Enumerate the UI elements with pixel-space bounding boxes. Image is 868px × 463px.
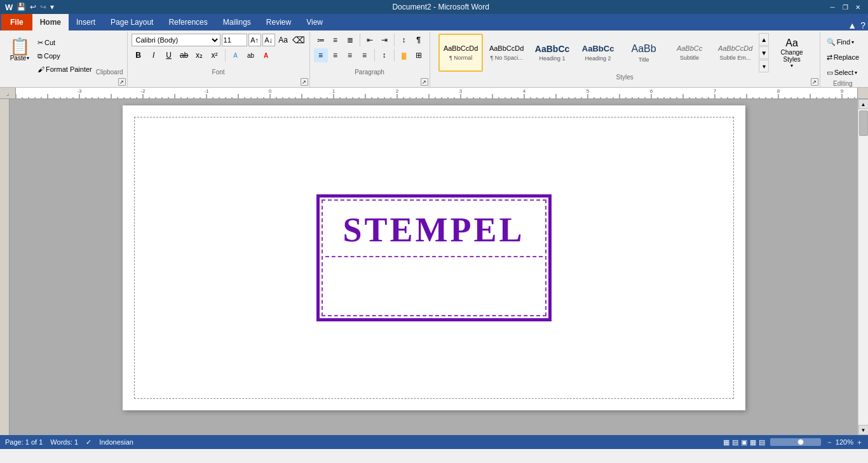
help-icon[interactable]: ? — [860, 20, 865, 30]
font-expand-button[interactable]: ↗ — [301, 78, 308, 86]
zoom-slider[interactable] — [770, 438, 821, 446]
show-marks-button[interactable]: ¶ — [412, 33, 426, 47]
style-heading1-button[interactable]: AaBbCc Heading 1 — [530, 34, 574, 72]
layout-outline-button[interactable]: ▦ — [750, 438, 756, 446]
style-normal-button[interactable]: AaBbCcDd ¶ Normal — [438, 34, 483, 72]
font-color-button[interactable]: A — [259, 48, 273, 62]
subscript-button[interactable]: x₂ — [193, 48, 207, 62]
document-page: STEMPEL — [123, 105, 745, 410]
zoom-out-button[interactable]: － — [826, 438, 833, 447]
language[interactable]: Indonesian — [99, 438, 133, 446]
select-button[interactable]: ▭ Select ▾ — [824, 66, 862, 79]
minimize-button[interactable]: ─ — [827, 2, 837, 12]
format-painter-button[interactable]: 🖌 Format Painter — [35, 63, 95, 76]
para-sep1 — [360, 34, 360, 46]
paste-button[interactable]: 📋 Paste ▾ — [6, 36, 33, 64]
font-name-select[interactable]: Calibri (Body) — [132, 34, 220, 46]
strikethrough-button[interactable]: ab — [177, 48, 191, 62]
stamp-container[interactable]: STEMPEL — [316, 194, 552, 321]
zoom-thumb[interactable] — [797, 439, 804, 445]
zoom-in-button[interactable]: ＋ — [856, 438, 863, 447]
numbering-button[interactable]: ≡ — [329, 33, 342, 47]
zoom-level[interactable]: 120% — [836, 438, 853, 446]
tab-review[interactable]: Review — [259, 14, 299, 30]
tab-page-layout[interactable]: Page Layout — [103, 14, 161, 30]
vertical-scrollbar[interactable]: ▲ ▼ — [858, 99, 868, 435]
sort-button[interactable]: ↕ — [397, 33, 411, 47]
tab-mailings[interactable]: Mailings — [215, 14, 259, 30]
clipboard-expand-button[interactable]: ↗ — [118, 78, 126, 86]
spell-check-icon[interactable]: ✓ — [86, 438, 92, 446]
increase-indent-button[interactable]: ⇥ — [377, 33, 391, 47]
borders-button[interactable]: ⊞ — [412, 48, 426, 62]
replace-button[interactable]: ⇄ Replace — [824, 51, 862, 64]
layout-fullscreen-button[interactable]: ▤ — [732, 438, 738, 446]
ribbon-minimize-icon[interactable]: ▲ — [848, 20, 857, 30]
change-case-button[interactable]: Aa — [276, 33, 290, 47]
styles-expand-button[interactable]: ▾ — [759, 60, 769, 72]
tab-file[interactable]: File — [1, 14, 32, 30]
style-h2-preview: AaBbCc — [582, 44, 614, 54]
style-subtleemphasis-button[interactable]: AaBbCcDd Subtle Em... — [713, 34, 757, 72]
restore-button[interactable]: ❒ — [840, 2, 850, 12]
style-subtitle-label: Subtitle — [680, 55, 699, 61]
style-nospace-button[interactable]: AaBbCcDd ¶ No Spaci... — [484, 34, 529, 72]
copy-button[interactable]: ⧉ Copy — [35, 50, 95, 62]
shading-button[interactable]: ▓ — [397, 48, 411, 62]
change-styles-button[interactable]: Aa Change Styles ▾ — [773, 34, 811, 72]
document-scroll-area[interactable]: STEMPEL — [10, 99, 858, 435]
cut-button[interactable]: ✂ Cut — [35, 36, 95, 49]
quick-redo[interactable]: ↪ — [40, 3, 46, 11]
styles-scroll-up-button[interactable]: ▲ — [759, 33, 769, 46]
tab-insert[interactable]: Insert — [69, 14, 103, 30]
superscript-button[interactable]: x² — [208, 48, 222, 62]
decrease-indent-button[interactable]: ⇤ — [363, 33, 377, 47]
paragraph-expand-button[interactable]: ↗ — [421, 78, 428, 86]
vertical-ruler — [0, 99, 10, 435]
tab-references[interactable]: References — [161, 14, 215, 30]
bold-button[interactable]: B — [132, 48, 146, 62]
quick-save[interactable]: 💾 — [17, 3, 26, 11]
justify-button[interactable]: ≡ — [358, 48, 372, 62]
layout-draft-button[interactable]: ▤ — [759, 438, 765, 446]
close-button[interactable]: ✕ — [853, 2, 863, 12]
styles-expand-dialog-button[interactable]: ↗ — [811, 78, 818, 86]
text-effect-button[interactable]: A — [229, 48, 243, 62]
underline-button[interactable]: U — [162, 48, 176, 62]
cut-icon: ✂ — [37, 39, 43, 47]
align-center-button[interactable]: ≡ — [329, 48, 342, 62]
font-size-input[interactable] — [222, 34, 247, 46]
scrollbar-down-arrow[interactable]: ▼ — [858, 425, 869, 435]
text-highlight-button[interactable]: ab — [244, 48, 258, 62]
multilevel-button[interactable]: ≣ — [343, 33, 357, 47]
clear-formatting-button[interactable]: ⌫ — [292, 33, 306, 47]
align-left-button[interactable]: ≡ — [314, 48, 328, 62]
find-button[interactable]: 🔍 Find ▾ — [824, 36, 862, 48]
scrollbar-thumb[interactable] — [859, 111, 868, 136]
quick-undo[interactable]: ↩ — [30, 3, 36, 11]
tab-view[interactable]: View — [299, 14, 330, 30]
styles-scroll-down-button[interactable]: ▼ — [759, 46, 769, 59]
style-subtitle-preview: AaBbCc — [677, 44, 702, 53]
paste-dropdown-icon[interactable]: ▾ — [27, 55, 29, 61]
layout-print-button[interactable]: ▦ — [723, 438, 729, 446]
align-right-button[interactable]: ≡ — [343, 48, 357, 62]
ruler-corner[interactable]: ⌟ — [0, 88, 16, 99]
styles-group: AaBbCcDd ¶ Normal AaBbCcDd ¶ No Spaci...… — [430, 32, 820, 87]
style-heading2-button[interactable]: AaBbCc Heading 2 — [576, 34, 620, 72]
change-styles-icon: Aa — [785, 37, 798, 49]
layout-web-button[interactable]: ▣ — [741, 438, 747, 446]
scrollbar-up-arrow[interactable]: ▲ — [858, 99, 869, 109]
bullets-button[interactable]: ≔ — [314, 33, 328, 47]
change-styles-dropdown[interactable]: ▾ — [790, 63, 793, 69]
copy-icon: ⧉ — [37, 52, 43, 60]
style-title-button[interactable]: AaBb Title — [621, 34, 666, 72]
font-size-increase-button[interactable]: A↑ — [248, 34, 261, 46]
font-size-decrease-button[interactable]: A↓ — [262, 34, 275, 46]
style-subtitle-button[interactable]: AaBbCc Subtitle — [667, 34, 712, 72]
line-spacing-button[interactable]: ↕ — [377, 48, 391, 62]
tab-home[interactable]: Home — [32, 14, 69, 30]
italic-button[interactable]: I — [147, 48, 161, 62]
select-dropdown-icon[interactable]: ▾ — [855, 70, 857, 76]
find-dropdown-icon[interactable]: ▾ — [851, 39, 854, 45]
